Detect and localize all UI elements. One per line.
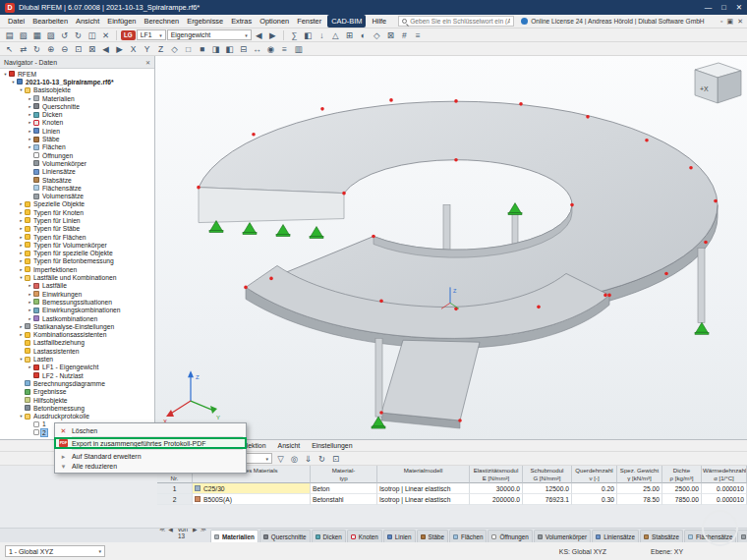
tree-item[interactable]: Hilfsobjekte [0, 396, 154, 404]
redo-icon[interactable]: ↻ [72, 29, 85, 41]
wireframe-icon[interactable]: □ [182, 43, 195, 55]
tree-item[interactable]: ▸ Stäbe [0, 135, 154, 142]
calculate-icon[interactable]: ∑ [288, 29, 301, 41]
color-scheme-icon[interactable]: ▥ [292, 43, 305, 55]
tree-item[interactable]: ▸ Kombinationsassistenten [0, 331, 154, 339]
tree-item[interactable]: ▸ Einwirkungskombinationen [0, 307, 154, 314]
tree-item[interactable]: ▸ Flächen [0, 143, 154, 151]
tree-item[interactable]: Flächensätze [0, 184, 154, 192]
tree-item[interactable]: Lastfallbeziehung [0, 339, 154, 347]
menu-item[interactable]: Ergebnisse [183, 15, 227, 28]
tree-expander[interactable]: ▸ [27, 292, 33, 297]
tree-item[interactable]: ▸ Typen für Betonbemessung [0, 257, 154, 265]
table-tab[interactable]: Liniensätze [592, 530, 639, 542]
tree-expander[interactable]: ▸ [18, 258, 25, 263]
tree-item[interactable]: ▸ Imperfektionen [0, 265, 154, 273]
tree-item[interactable]: ▸ Typen für spezielle Objekte [0, 250, 154, 257]
results-icon[interactable]: ◧ [302, 29, 315, 41]
tree-expander[interactable]: ▸ [18, 226, 25, 231]
copy-icon[interactable]: ◫ [86, 29, 98, 41]
table-tab[interactable]: Flächen [449, 530, 487, 542]
tree-item[interactable]: Liniensätze [0, 168, 154, 176]
tree-item[interactable]: ▸ Spezielle Objekte [0, 200, 154, 208]
tree-item[interactable]: ▸ Materialien [0, 94, 154, 102]
tree-item[interactable]: ▸ Einwirkungen [0, 290, 154, 298]
tree-item[interactable]: ▾ Lastfälle und Kombinationen [0, 273, 154, 281]
tree-item[interactable]: Berechnungsdiagramme [0, 379, 154, 387]
tree-expander[interactable]: ▸ [18, 324, 25, 329]
tree-item[interactable]: ▸ Lastfälle [0, 282, 154, 290]
next-table-button[interactable]: ▶ [193, 528, 198, 532]
tree-expander[interactable]: ▸ [27, 120, 33, 125]
tree-expander[interactable]: ▸ [27, 96, 33, 101]
refresh-table-icon[interactable]: ↻ [316, 453, 328, 465]
context-menu-export-pdf[interactable]: PDF Export in zusammengeführtes Protokol… [55, 438, 246, 448]
tree-expander[interactable]: ▾ [18, 275, 25, 280]
tree-item[interactable]: ▸ Lastkombinationen [0, 314, 154, 322]
print-icon[interactable]: ▨ [44, 29, 57, 41]
tree-expander[interactable]: ▸ [27, 129, 33, 134]
delete-icon[interactable]: ✕ [99, 29, 112, 41]
tree-item[interactable]: ▸ Typen für Knoten [0, 208, 154, 216]
table-tab[interactable]: Linien [383, 530, 416, 542]
undo-icon[interactable]: ↺ [58, 29, 71, 41]
tree-expander[interactable]: ▸ [27, 316, 33, 321]
zoom-in-icon[interactable]: ⊕ [44, 43, 57, 55]
previous-view-icon[interactable]: ◀ [99, 43, 112, 55]
tree-expander[interactable]: ▸ [18, 243, 25, 248]
layout-icon[interactable]: ▫ [720, 18, 722, 26]
isometric-view-icon[interactable]: ◇ [371, 29, 383, 41]
transparency-icon[interactable]: ◨ [209, 43, 222, 55]
menu-item[interactable]: Berechnen [140, 15, 183, 28]
visibility-icon[interactable]: ◉ [264, 43, 277, 55]
tree-item[interactable]: ▸ Bemessungssituationen [0, 298, 154, 306]
mesh-icon[interactable]: ⊞ [343, 29, 356, 41]
tree-item[interactable]: ▾ Basisobjekte [0, 86, 154, 94]
tree-item[interactable]: ▾ Ausdruckprotokolle [0, 412, 154, 420]
section-icon[interactable]: ◧ [223, 43, 236, 55]
tree-item[interactable]: LF2 - Nutzlast [0, 371, 154, 379]
solid-display-icon[interactable]: ■ [196, 43, 208, 55]
next-loadcase-button[interactable]: ▶ [266, 29, 279, 41]
tree-item[interactable]: ▾ Lasten [0, 355, 154, 363]
search-table-icon[interactable]: ◎ [288, 453, 301, 465]
menu-item[interactable]: Datei [4, 15, 29, 28]
table-tab[interactable]: Stabsätze [640, 530, 683, 542]
table-tab[interactable]: Querschnitte [259, 530, 311, 542]
display-properties-icon[interactable]: ≡ [278, 43, 291, 55]
measure-icon[interactable]: ↔ [251, 43, 263, 55]
tree-item[interactable]: Stabsätze [0, 176, 154, 184]
menu-item[interactable]: Bearbeiten [29, 15, 72, 28]
tree-item[interactable]: ▸ Linien [0, 127, 154, 135]
zoom-fit-icon[interactable]: ⊠ [384, 29, 397, 41]
tree-expander[interactable]: ▸ [27, 112, 33, 117]
last-table-button[interactable]: ≫ [201, 528, 206, 532]
panels-icon[interactable]: ▣ [727, 18, 734, 26]
loadcase-number-combo[interactable]: LF1▾ [137, 29, 166, 40]
table-tab[interactable]: Öffnungen [488, 530, 532, 542]
menu-item[interactable]: Hilfe [368, 15, 390, 28]
tree-item[interactable]: ▸ Typen für Linien [0, 216, 154, 224]
table-tab[interactable]: Volumensätze [737, 530, 747, 542]
tree-item[interactable]: ▸ Typen für Stäbe [0, 225, 154, 233]
next-view-icon[interactable]: ▶ [113, 43, 126, 55]
zoom-all-icon[interactable]: ⊠ [86, 43, 98, 55]
tree-expander[interactable]: ▾ [18, 357, 25, 362]
view-z-icon[interactable]: Z [154, 43, 167, 55]
new-model-icon[interactable]: ▤ [3, 29, 16, 41]
display-settings-icon[interactable]: ≡ [412, 29, 425, 41]
table-menu-item[interactable]: Einstellungen [312, 442, 352, 449]
tree-expander[interactable]: ▸ [18, 201, 25, 206]
tree-expander[interactable]: ▸ [27, 364, 33, 369]
tree-expander[interactable]: ▸ [27, 283, 33, 288]
minimize-button[interactable]: — [705, 0, 713, 15]
tree-item[interactable]: ▸ Knoten [0, 119, 154, 127]
orbit-icon[interactable]: ↻ [30, 43, 43, 55]
tree-expander[interactable]: ▾ [18, 414, 25, 419]
tree-expander[interactable]: ▸ [18, 235, 25, 240]
context-menu-delete[interactable]: ✕ Löschen [55, 425, 246, 435]
tree-expander[interactable]: ▸ [27, 137, 33, 141]
menu-item[interactable]: Extras [227, 15, 256, 28]
tree-item[interactable]: Volumenkörper [0, 159, 154, 167]
tree-expander[interactable]: ▾ [18, 87, 25, 92]
